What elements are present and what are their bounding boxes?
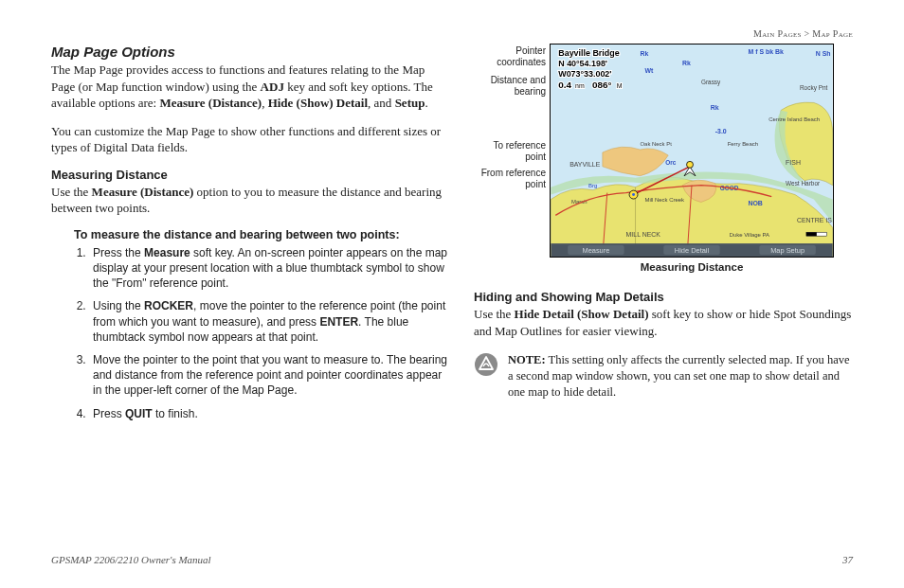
rocker-key: ROCKER xyxy=(144,299,193,312)
map-label: Rk xyxy=(711,104,719,111)
manual-page: Main Pages > Map Page Map Page Options T… xyxy=(0,0,904,588)
map-label: Centre Island Beach xyxy=(768,116,820,122)
map-label: Orc xyxy=(665,159,677,166)
opt-hide: Hide (Show) Detail xyxy=(268,96,368,110)
map-screenshot: Bayville Bridge N 40°54.198' W073°33.002… xyxy=(550,44,834,258)
map-label: Mill Neck Creek xyxy=(644,198,684,204)
map-label: -3.0 xyxy=(715,128,727,134)
map-label: M f S bk Bk xyxy=(748,48,783,55)
map-label: CENTRE IS xyxy=(797,217,832,223)
figure-caption: Measuring Distance xyxy=(550,261,834,273)
map-label: Grassy xyxy=(701,79,721,86)
map-label: Rk xyxy=(640,50,648,57)
map-label: BAYVILLE xyxy=(570,161,601,168)
map-label: Wt xyxy=(644,67,654,74)
intro-paragraph-2: You can customize the Map Page to show o… xyxy=(51,123,449,156)
softkey-map-setup[interactable]: Map Setup xyxy=(770,246,805,255)
map-label: FISH xyxy=(786,159,801,166)
softkey-hide-detail[interactable]: Hide Detail xyxy=(675,246,710,255)
step-4: Press QUIT to finish. xyxy=(89,406,449,421)
breadcrumb-sep: > xyxy=(802,28,813,39)
overlay-title: Bayville Bridge xyxy=(558,48,619,58)
text: . xyxy=(425,96,427,110)
breadcrumb-section: Main Pages xyxy=(753,28,802,39)
softkey-measure[interactable]: Measure xyxy=(582,246,609,255)
opt-measure: Measure (Distance) xyxy=(159,96,262,110)
map-label: N Sh xyxy=(816,50,831,57)
overlay-unit: nm xyxy=(575,82,585,89)
footer-manual-title: GPSMAP 2206/2210 Owner's Manual xyxy=(51,554,211,565)
text: to finish. xyxy=(153,407,198,420)
text: Use the xyxy=(474,307,515,321)
measure-softkey: Measure xyxy=(144,246,190,259)
left-column: Map Page Options The Map Page provides a… xyxy=(51,44,449,429)
text: , and xyxy=(368,96,395,110)
breadcrumb: Main Pages > Map Page xyxy=(753,28,853,39)
procedure-steps: Press the Measure soft key. An on-screen… xyxy=(89,245,449,421)
svg-point-4 xyxy=(632,193,635,196)
measure-distance-label: Measure (Distance) xyxy=(92,185,194,199)
text: Use the xyxy=(51,185,92,199)
map-label: Brg xyxy=(588,183,597,188)
note-block: NOTE: This setting only affects the curr… xyxy=(474,352,853,401)
overlay-lat: N 40°54.198' xyxy=(558,59,607,68)
footer-page-number: 37 xyxy=(842,554,853,565)
map-label: Duke Village PA xyxy=(730,232,769,238)
svg-point-5 xyxy=(687,161,694,168)
callout-from-ref: From reference point xyxy=(474,168,546,189)
enter-key: ENTER xyxy=(319,315,358,329)
callout-pointer-coords: Pointer coordinates xyxy=(474,45,546,67)
breadcrumb-page: Map Page xyxy=(812,28,853,39)
figure: Pointer coordinates Distance and bearing… xyxy=(474,44,853,258)
hide-detail-label: Hide Detail (Show Detail) xyxy=(515,307,649,321)
text: Press xyxy=(93,407,125,420)
map-label: Rocky Pnt xyxy=(800,84,828,92)
measuring-distance-body: Use the Measure (Distance) option to you… xyxy=(51,184,449,217)
intro-paragraph-1: The Map Page provides access to function… xyxy=(51,62,449,112)
callout-to-ref: To reference point xyxy=(474,140,546,162)
note-text: NOTE: This setting only affects the curr… xyxy=(508,352,853,401)
step-2: Using the ROCKER, move the pointer to th… xyxy=(89,298,449,345)
map-label: Marsh xyxy=(571,199,588,205)
step-3: Move the pointer to the point that you w… xyxy=(89,352,449,399)
map-label: NOB xyxy=(748,200,762,206)
quit-key: QUIT xyxy=(125,407,153,420)
callout-distance-bearing: Distance and bearing xyxy=(474,75,546,97)
overlay-lon: W073°33.002' xyxy=(558,69,611,79)
note-icon xyxy=(474,352,498,377)
figure-callout-labels: Pointer coordinates Distance and bearing… xyxy=(474,44,550,195)
content-columns: Map Page Options The Map Page provides a… xyxy=(51,44,853,429)
overlay-dist: 0.4 xyxy=(558,80,571,90)
from-thumbtack-icon xyxy=(629,190,638,199)
text: Press the xyxy=(93,246,144,259)
map-label: Rk xyxy=(682,60,691,66)
hiding-heading: Hiding and Showing Map Details xyxy=(474,290,853,304)
text: Using the xyxy=(93,299,144,312)
adj-key: ADJ xyxy=(261,80,284,94)
opt-setup: Setup xyxy=(395,96,425,110)
measuring-distance-heading: Measuring Distance xyxy=(51,168,449,182)
overlay-m: M xyxy=(617,82,623,89)
overlay-brg: 086° xyxy=(592,80,612,90)
page-footer: GPSMAP 2206/2210 Owner's Manual 37 xyxy=(51,554,853,565)
map-label: MILL NECK xyxy=(626,231,661,238)
step-1: Press the Measure soft key. An on-screen… xyxy=(89,245,449,292)
hiding-body: Use the Hide Detail (Show Detail) soft k… xyxy=(474,306,853,339)
procedure-heading: To measure the distance and bearing betw… xyxy=(74,228,449,241)
page-title: Map Page Options xyxy=(51,44,449,60)
map-label: Oak Neck Pt xyxy=(640,141,672,147)
note-body: This setting only affects the currently … xyxy=(508,353,850,399)
note-label: NOTE: xyxy=(508,353,546,366)
map-label: Ferry Beach xyxy=(728,141,758,147)
map-label: West Harbor xyxy=(786,180,821,187)
svg-rect-12 xyxy=(806,232,817,236)
right-column: Pointer coordinates Distance and bearing… xyxy=(474,44,853,429)
